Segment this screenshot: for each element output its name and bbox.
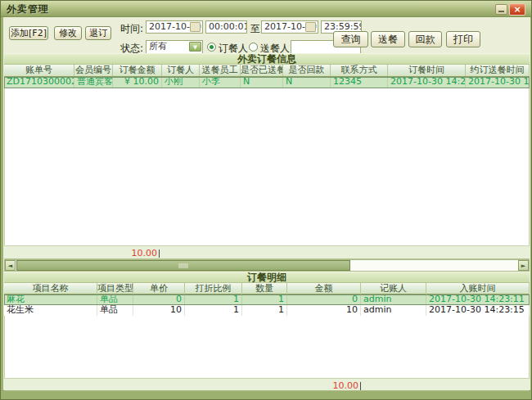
deliver-button[interactable]: 送餐 [371, 31, 405, 47]
table-cell: 麻花 [4, 294, 97, 305]
horizontal-scrollbar[interactable]: ◄ ► [4, 259, 530, 272]
orders-grid-rows: ZD17103000028普通宾客¥ 10.00小刚小李NN123452017-… [4, 77, 530, 88]
orders-total-bar: 10.00 [4, 245, 530, 259]
orders-grid-header: 账单号会员编号订餐金额订餐人送餐员工是否已送餐是否回款联系方式订餐时间约订送餐时… [4, 65, 530, 77]
date-picker-button[interactable] [305, 22, 316, 32]
table-cell: 0 [287, 294, 361, 305]
table-row[interactable]: 花生米单品101110admin2017-10-30 14:23:15 [4, 305, 530, 316]
column-header[interactable]: 账单号 [4, 65, 74, 76]
table-cell: 1 [185, 305, 242, 316]
table-cell: 1 [242, 305, 287, 316]
minimize-icon [498, 11, 504, 12]
column-header[interactable]: 订餐人 [162, 65, 200, 76]
table-cell: admin [361, 305, 426, 316]
table-cell: 2017-10-30 14:23:19 [388, 77, 466, 88]
column-header[interactable]: 订餐时间 [388, 65, 466, 76]
column-header[interactable]: 记账人 [361, 283, 426, 294]
column-header[interactable]: 打折比例 [185, 283, 242, 294]
table-cell: 0 [133, 294, 185, 305]
details-total-bar: 10.00 [4, 378, 530, 391]
scrollbar-thumb[interactable] [16, 260, 350, 271]
print-button[interactable]: 打印 [446, 31, 480, 47]
window-content: 添加[F2] 修改 退订 时间: 2017-10-30 00:00:01 至 2… [3, 17, 530, 391]
close-button[interactable]: × [509, 3, 525, 16]
table-cell: 2017-10-30 14:23:15 [426, 305, 530, 316]
orders-grid-body[interactable] [4, 88, 530, 245]
modify-button[interactable]: 修改 [54, 26, 82, 40]
table-cell: 花生米 [4, 305, 97, 316]
table-cell: 单品 [97, 305, 133, 316]
time-label: 时间: [120, 22, 143, 36]
column-header[interactable]: 送餐员工 [200, 65, 241, 76]
column-header[interactable]: 是否回款 [283, 65, 331, 76]
radio-orderer[interactable] [207, 43, 216, 52]
column-header[interactable]: 联系方式 [331, 65, 388, 76]
table-cell: admin [361, 294, 426, 305]
details-total: 10.00 [4, 380, 361, 391]
orders-section-title: 外卖订餐信息 [4, 53, 530, 65]
column-header[interactable]: 入账时间 [426, 283, 530, 294]
column-header[interactable]: 数量 [242, 283, 287, 294]
table-cell: 12345 [331, 77, 388, 88]
table-cell: 小刚 [162, 77, 200, 88]
table-cell: 普通宾客 [74, 77, 113, 88]
unsubscribe-button[interactable]: 退订 [85, 26, 111, 40]
titlebar[interactable]: 外卖管理 × [1, 1, 531, 17]
column-header[interactable]: 约订送餐时间 [466, 65, 530, 76]
details-grid-header: 项目名称项目类型单价打折比例数量金额记账人入账时间 [4, 283, 530, 294]
column-header[interactable]: 是否已送餐 [241, 65, 283, 76]
column-header[interactable]: 项目类型 [97, 283, 133, 294]
column-header[interactable]: 会员编号 [74, 65, 113, 76]
table-row[interactable]: 麻花单品0110admin2017-10-30 14:23:11 [4, 294, 530, 305]
window-title: 外卖管理 [7, 2, 49, 16]
table-cell: 1 [242, 294, 287, 305]
table-cell: 2017-10-30 14:23:11 [426, 294, 530, 305]
date-picker-button[interactable] [190, 22, 201, 32]
table-cell: 10 [133, 305, 185, 316]
column-header[interactable]: 单价 [133, 283, 185, 294]
column-header[interactable]: 金额 [287, 283, 361, 294]
date-from-field[interactable]: 2017-10-30 [146, 20, 203, 34]
date-to-field[interactable]: 2017-10-30 [261, 20, 318, 34]
scroll-left-icon[interactable]: ◄ [5, 260, 16, 271]
close-icon: × [513, 4, 521, 15]
minimize-button[interactable] [495, 4, 507, 15]
table-cell: N [283, 77, 331, 88]
column-header[interactable]: 项目名称 [4, 283, 97, 294]
table-cell: 小李 [200, 77, 241, 88]
table-cell: ZD17103000028 [4, 77, 74, 88]
orders-total: 10.00 [4, 248, 160, 258]
to-label: 至 [250, 22, 260, 36]
collect-button[interactable]: 回款 [408, 31, 442, 47]
radio-deliverer[interactable] [249, 43, 258, 52]
status-dropdown[interactable]: 所有 ▼ [146, 40, 203, 54]
column-header[interactable]: 订餐金额 [113, 65, 162, 76]
table-cell: 单品 [97, 294, 133, 305]
details-grid-body[interactable] [4, 316, 530, 378]
scroll-right-icon[interactable]: ► [518, 260, 529, 271]
table-cell: N [241, 77, 283, 88]
table-cell: 2017-10-30 11:30:00 [466, 77, 530, 88]
table-cell: 1 [185, 294, 242, 305]
query-button[interactable]: 查询 [333, 31, 368, 47]
chevron-down-icon[interactable]: ▼ [189, 42, 201, 52]
table-cell: 10 [287, 305, 361, 316]
takeout-management-window: 外卖管理 × 添加[F2] 修改 退订 时间: 2017-10-30 00:00… [0, 0, 532, 400]
table-cell: ¥ 10.00 [113, 77, 162, 88]
details-section-title: 订餐明细 [4, 272, 530, 283]
details-grid-rows: 麻花单品0110admin2017-10-30 14:23:11花生米单品101… [4, 294, 530, 316]
table-row[interactable]: ZD17103000028普通宾客¥ 10.00小刚小李NN123452017-… [4, 77, 530, 88]
time-from-field[interactable]: 00:00:01 [205, 20, 247, 34]
add-button[interactable]: 添加[F2] [9, 26, 48, 40]
